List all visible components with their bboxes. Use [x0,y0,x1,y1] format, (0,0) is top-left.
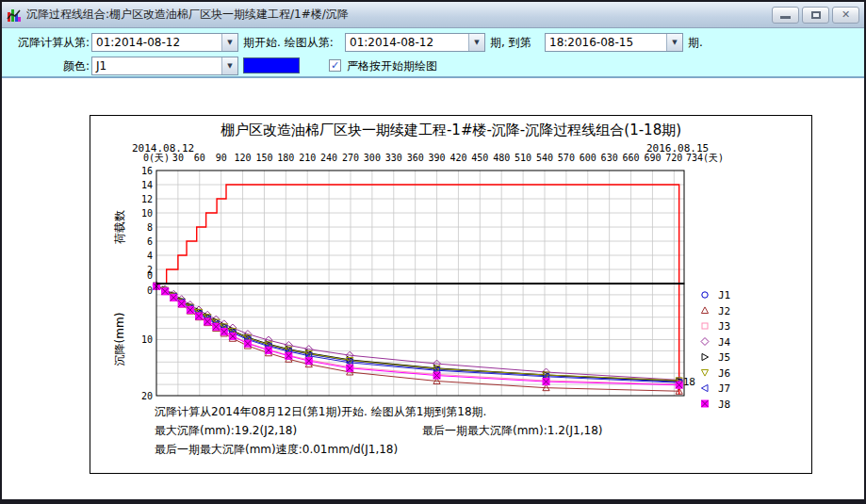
x-tick-label: 30 [172,153,184,163]
app-window: 沉降过程线组合:棚户区改造油棉厂区块一期续建工程/1#楼/沉降 ✕ 沉降计算从第… [0,0,866,504]
x-tick-label: 630 [601,153,618,163]
color-swatch[interactable] [243,57,300,73]
x-tick-label: 480 [493,153,510,163]
restore-icon [811,11,821,19]
marker-square-x [196,313,203,319]
marker-square-x [676,382,682,388]
content-area: 棚户区改造油棉厂区块一期续建工程-1#楼-沉降-沉降过程线组合(1-18期) 2… [2,78,864,499]
marker-triangle-up [701,307,708,314]
window-title: 沉降过程线组合:棚户区改造油棉厂区块一期续建工程/1#楼/沉降 [26,7,772,23]
chart-footer-line1: 沉降计算从2014年08月12日(第1期)开始. 绘图从第1期到第18期. [155,404,486,420]
chevron-down-icon[interactable]: ▼ [221,57,237,74]
settlement-tick-label: 10 [141,334,153,345]
chart-footer-last-rate: 最后一期最大沉降(mm)速度:0.01mm/d(J1,18) [155,442,398,458]
marker-square-x [266,347,272,353]
draw-to-combo[interactable]: 18:2016-08-15 ▼ [545,33,683,52]
marker-triangle-right [702,353,709,360]
app-icon [7,8,22,23]
x-tick-label: 120 [235,153,252,163]
x-tick-label: 90 [216,153,227,163]
marker-square-x [702,400,709,407]
load-tick-label: 8 [147,222,153,233]
x-tick-label: 150 [255,153,272,163]
x-tick-label: 690 [644,153,661,163]
x-tick-label: 60 [194,153,205,163]
marker-square-x [162,288,169,295]
calc-from-combo[interactable]: 01:2014-08-12 ▼ [91,33,238,52]
settlement-tick-label: 20 [141,391,153,401]
calc-from-value: 01:2014-08-12 [92,36,221,49]
x-tick-label: 510 [515,153,531,163]
chevron-down-icon[interactable]: ▼ [666,34,682,51]
legend-label-J4: J4 [718,336,731,349]
marker-square-x [347,365,353,371]
x-tick-label: 600 [580,153,596,163]
marker-square-x [305,358,312,365]
legend-label-J5: J5 [718,351,730,364]
legend-label-J6: J6 [718,367,730,380]
x-tick-label: 360 [407,153,424,163]
x-tick-label: 390 [429,153,446,163]
legend-label-J3: J3 [718,320,730,333]
color-point-combo[interactable]: J1 ▼ [91,57,238,75]
legend-label-J2: J2 [718,305,730,317]
x-tick-label: 540 [536,153,553,163]
chart-panel: 棚户区改造油棉厂区块一期续建工程-1#楼-沉降-沉降过程线组合(1-18期) 2… [90,115,812,474]
marker-square-x [244,340,251,347]
legend-label-J7: J7 [718,382,730,395]
x-tick-label: 450 [471,153,488,163]
color-label: 颜色: [40,57,90,75]
draw-from-combo[interactable]: 01:2014-08-12 ▼ [345,33,485,52]
legend-label-J8: J8 [718,398,730,411]
x-tick-label: 180 [277,153,294,163]
load-step-line [156,185,679,395]
marker-square-x [286,352,292,359]
x-tick-label: 660 [623,153,640,163]
marker-square-x [221,329,227,335]
load-tick-label: 12 [141,194,153,204]
marker-circle [702,292,708,298]
chevron-down-icon[interactable]: ▼ [221,34,237,51]
marker-square-x [187,306,193,313]
marker-square-x [433,372,440,379]
marker-triangle-down [701,370,708,377]
chart-footer-max: 最大沉降(mm):19.2(J2,18) [155,423,297,439]
marker-square-x [229,333,236,339]
load-tick-label: 6 [147,236,153,247]
last-period-label: 18 [683,376,695,388]
color-point-value: J1 [92,59,221,73]
draw-from-value: 01:2014-08-12 [346,36,468,49]
x-tick-label: 210 [299,153,316,163]
x-tick-label: 270 [342,153,359,163]
load-tick-label: 10 [141,208,153,219]
period-suffix-label: 期. [688,33,703,52]
load-tick-label: 0 [147,270,153,281]
marker-triangle-left [701,384,708,391]
period-to-label: 期, 到第 [490,33,531,52]
marker-square-x [213,323,220,330]
strict-checkbox[interactable]: ✓ [329,59,341,72]
close-button[interactable]: ✕ [832,7,859,24]
minimize-icon [780,16,791,19]
x-tick-label: 0(天) [143,153,170,163]
marker-square-x [171,294,177,301]
legend-label-J1: J1 [718,289,730,301]
x-tick-label: 734(天) [686,153,724,163]
restore-button[interactable] [802,7,829,24]
titlebar: 沉降过程线组合:棚户区改造油棉厂区块一期续建工程/1#楼/沉降 ✕ [2,2,864,28]
calc-from-label: 沉降计算从第: [9,33,90,52]
period-start-label: 期开始. 绘图从第: [243,33,334,52]
minimize-button[interactable] [772,7,799,24]
x-tick-label: 570 [558,153,575,163]
marker-square-x [178,301,185,307]
x-tick-label: 420 [449,153,466,163]
close-icon: ✕ [841,9,850,20]
x-tick-label: 330 [385,153,402,163]
x-tick-label: 240 [320,153,337,163]
load-tick-label: 16 [141,166,153,176]
marker-square [702,323,708,329]
load-tick-label: 4 [147,251,153,261]
chart-footer-last-max: 最后一期最大沉降(mm):1.2(J1,18) [422,423,603,439]
load-tick-label: 14 [141,180,153,190]
chevron-down-icon[interactable]: ▼ [468,34,484,51]
